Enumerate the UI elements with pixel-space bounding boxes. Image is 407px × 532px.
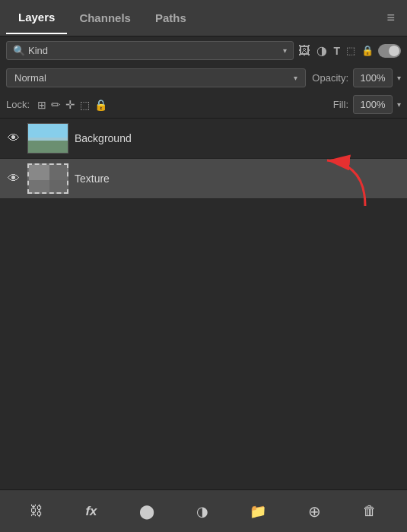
layer-thumb-texture: [27, 163, 68, 194]
tab-paths[interactable]: Paths: [143, 2, 199, 33]
filter-shape-icon[interactable]: ⬚: [346, 45, 355, 56]
filter-toggle[interactable]: [378, 44, 401, 58]
kind-label: Kind: [28, 45, 280, 56]
tab-layers[interactable]: Layers: [6, 2, 67, 34]
panel-menu-icon[interactable]: ≡: [380, 4, 401, 32]
texture-thumb-svg: [29, 165, 68, 194]
opacity-group: Opacity: 100% ▾: [312, 68, 401, 87]
fx-icon[interactable]: fx: [79, 501, 103, 522]
opacity-dropdown-arrow[interactable]: ▾: [397, 74, 401, 82]
lock-label: Lock:: [6, 99, 30, 110]
svg-rect-4: [29, 165, 49, 180]
tab-channels[interactable]: Channels: [67, 2, 143, 33]
visibility-icon-background[interactable]: 👁: [6, 131, 21, 145]
opacity-value[interactable]: 100%: [353, 68, 393, 87]
kind-dropdown[interactable]: 🔍 Kind ▾: [6, 41, 294, 60]
filter-image-icon[interactable]: 🖼: [298, 44, 310, 58]
filter-row: 🔍 Kind ▾ 🖼 ◑ T ⬚ 🔒: [0, 36, 407, 65]
filter-adjustment-icon[interactable]: ◑: [316, 43, 327, 58]
lock-paint-icon[interactable]: ✏: [51, 98, 61, 112]
filter-smartobj-icon[interactable]: 🔒: [361, 45, 374, 56]
blend-mode-dropdown[interactable]: Normal ▾: [6, 68, 306, 87]
lock-icons: ⊞ ✏ ✛ ⬚ 🔒: [37, 98, 327, 112]
blend-row: Normal ▾ Opacity: 100% ▾: [0, 65, 407, 91]
svg-rect-0: [28, 124, 68, 138]
delete-icon[interactable]: 🗑: [357, 500, 383, 522]
lock-row: Lock: ⊞ ✏ ✛ ⬚ 🔒 Fill: 100% ▾: [0, 91, 407, 119]
visibility-icon-texture[interactable]: 👁: [6, 172, 21, 185]
filter-icons: 🖼 ◑ T ⬚ 🔒: [298, 43, 374, 58]
lock-all-icon[interactable]: 🔒: [94, 99, 107, 111]
fill-label: Fill:: [333, 99, 348, 110]
svg-rect-2: [28, 141, 68, 154]
blend-mode-label: Normal: [14, 72, 289, 84]
kind-dropdown-arrow: ▾: [283, 46, 287, 55]
layers-list: 👁 Background 👁: [0, 119, 407, 489]
fill-value[interactable]: 100%: [353, 95, 393, 114]
layer-thumb-background: [27, 123, 68, 154]
filter-text-icon[interactable]: T: [333, 45, 340, 57]
layer-name-background: Background: [75, 132, 401, 144]
new-layer-icon[interactable]: ⊕: [302, 499, 327, 524]
layer-item-texture[interactable]: 👁 Texture: [0, 159, 407, 199]
blend-dropdown-arrow: ▾: [294, 74, 297, 82]
folder-icon[interactable]: 📁: [243, 500, 272, 523]
layer-item-background[interactable]: 👁 Background: [0, 119, 407, 159]
opacity-label: Opacity:: [312, 72, 348, 84]
layer-name-texture: Texture: [75, 173, 401, 185]
fill-group: Fill: 100% ▾: [333, 95, 401, 114]
search-icon: 🔍: [13, 45, 25, 56]
lock-move-icon[interactable]: ✛: [65, 98, 75, 112]
adjustment-icon[interactable]: ◑: [190, 500, 215, 523]
svg-rect-6: [49, 165, 68, 180]
layers-panel: Layers Channels Paths ≡ 🔍 Kind ▾ 🖼 ◑ T ⬚…: [0, 0, 407, 532]
bottom-toolbar: ⛓ fx ⬤ ◑ 📁 ⊕ 🗑: [0, 489, 407, 532]
mask-icon[interactable]: ⬤: [133, 500, 161, 523]
background-thumb-svg: [28, 124, 68, 154]
tab-bar: Layers Channels Paths ≡: [0, 0, 407, 36]
fill-dropdown-arrow[interactable]: ▾: [397, 100, 401, 109]
svg-rect-5: [49, 180, 68, 194]
link-icon[interactable]: ⛓: [24, 500, 49, 522]
svg-rect-1: [28, 138, 68, 141]
lock-transparency-icon[interactable]: ⊞: [37, 99, 46, 111]
lock-artboard-icon[interactable]: ⬚: [80, 99, 90, 111]
svg-rect-7: [29, 180, 49, 194]
